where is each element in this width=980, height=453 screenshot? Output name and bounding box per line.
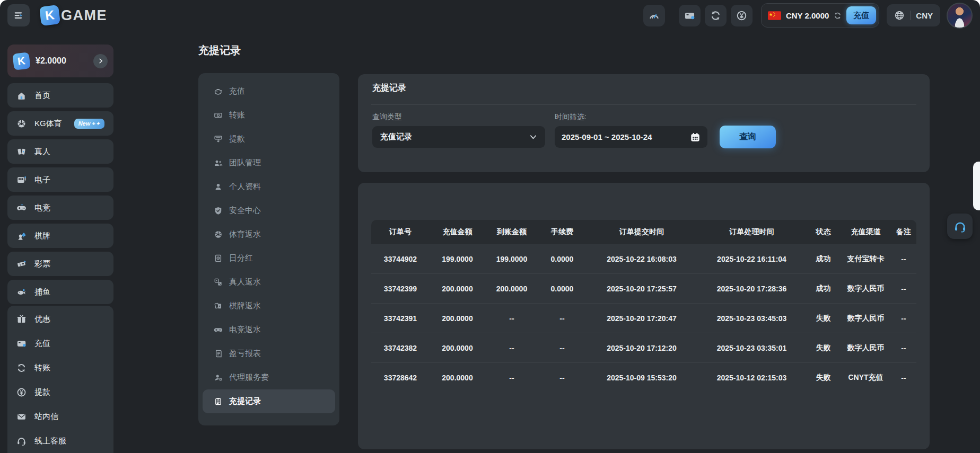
table-row[interactable]: 33742382 200.0000 -- -- 2025-10-20 17:12… xyxy=(371,333,916,362)
account-menu-item[interactable]: 团队管理 xyxy=(203,151,335,175)
date-range-input[interactable]: 2025-09-01 ~ 2025-10-24 xyxy=(555,126,707,148)
cell-order-id: 33742399 xyxy=(371,285,430,293)
cell-deposit-amount: 200.0000 xyxy=(430,344,485,352)
cell-submit-time: 2025-10-20 17:20:47 xyxy=(586,314,697,323)
account-menu-item[interactable]: 电竞返水 xyxy=(203,318,335,342)
transfer-button[interactable] xyxy=(705,5,727,26)
date-range-value: 2025-09-01 ~ 2025-10-24 xyxy=(562,132,652,141)
cell-submit-time: 2025-10-09 15:53:20 xyxy=(586,374,697,382)
sidebar-item[interactable]: 电子 xyxy=(7,167,113,192)
sidebar-item[interactable]: 提款 xyxy=(7,380,113,404)
cell-channel: 数字人民币 xyxy=(841,314,891,323)
sidebar-item[interactable]: 真人 xyxy=(7,139,113,164)
account-menu-item[interactable]: 日分红 xyxy=(203,246,335,270)
table-row[interactable]: 33744902 199.0000 199.0000 0.0000 2025-1… xyxy=(371,244,916,273)
query-type-select[interactable]: 充值记录 xyxy=(372,126,545,148)
cell-received-amount: -- xyxy=(485,374,538,382)
account-menu-item[interactable]: 代理服务费 xyxy=(203,366,335,389)
cell-status: 失败 xyxy=(806,343,841,353)
sidebar-item-icon xyxy=(16,387,27,397)
speed-button[interactable] xyxy=(643,5,665,26)
sidebar-item-icon xyxy=(16,259,27,269)
sidebar-item[interactable]: 优惠 xyxy=(7,307,113,331)
search-button[interactable]: 查询 xyxy=(720,126,776,148)
cell-received-amount: -- xyxy=(485,314,538,323)
chevron-down-icon xyxy=(529,133,537,141)
cell-channel: 支付宝转卡 xyxy=(841,254,891,264)
table-row[interactable]: 33728642 200.0000 -- -- 2025-10-09 15:53… xyxy=(371,362,916,392)
sidebar-item[interactable]: 棋牌 xyxy=(7,224,113,248)
cell-deposit-amount: 200.0000 xyxy=(430,314,485,323)
cell-submit-time: 2025-10-22 16:08:03 xyxy=(586,255,697,263)
account-menu-item[interactable]: 提款 xyxy=(203,127,335,151)
sidebar-item-label: 首页 xyxy=(34,91,50,101)
sidebar-item[interactable]: 捕鱼 xyxy=(7,280,113,304)
hamburger-icon xyxy=(13,10,24,21)
menu-toggle-button[interactable] xyxy=(7,4,30,26)
sidebar-item-icon xyxy=(16,203,27,213)
wallet-balance-pill[interactable]: CNY 2.0000 充值 xyxy=(761,3,879,28)
account-menu-item-icon xyxy=(214,158,223,167)
account-menu-item[interactable]: 充提记录 xyxy=(203,389,335,413)
cell-process-time: 2025-10-20 17:28:36 xyxy=(697,285,806,293)
wallet-button[interactable] xyxy=(679,5,701,26)
language-currency-selector[interactable]: CNY xyxy=(887,4,940,26)
user-avatar[interactable] xyxy=(947,3,973,29)
account-menu-item-icon xyxy=(214,254,223,263)
side-drawer-handle[interactable] xyxy=(973,162,980,210)
sidebar-item[interactable]: 首页 xyxy=(7,83,113,108)
cell-remark: -- xyxy=(891,344,916,352)
recharge-button[interactable]: 充值 xyxy=(846,6,876,24)
sidebar-item[interactable]: 线上客服 xyxy=(7,429,113,453)
account-menu-item-label: 充值 xyxy=(229,86,245,96)
refresh-balance-icon[interactable] xyxy=(834,12,842,20)
expand-balance-button[interactable] xyxy=(93,54,108,68)
cell-channel: 数字人民币 xyxy=(841,343,891,353)
sidebar-item-icon xyxy=(16,363,27,373)
account-menu-item-icon xyxy=(214,278,223,287)
sidebar-item[interactable]: 彩票 xyxy=(7,252,113,276)
cell-remark: -- xyxy=(891,314,916,323)
sidebar-item-label: 棋牌 xyxy=(34,231,50,241)
sidebar-item[interactable]: 转账 xyxy=(7,356,113,380)
sidebar-item-label: KG体育 xyxy=(34,119,62,129)
time-filter-label: 时间筛选: xyxy=(555,112,587,122)
sidebar-item-icon xyxy=(16,339,27,349)
account-menu-item[interactable]: 棋牌返水 xyxy=(203,294,335,318)
account-menu-item-label: 个人资料 xyxy=(229,182,261,192)
customer-service-float-button[interactable] xyxy=(947,214,973,239)
cell-fee: -- xyxy=(538,344,586,352)
table-row[interactable]: 33742399 200.0000 200.0000 0.0000 2025-1… xyxy=(371,273,916,303)
china-flag-icon xyxy=(768,11,781,20)
account-menu-item[interactable]: 安全中心 xyxy=(203,199,335,223)
cell-order-id: 33742382 xyxy=(371,344,430,352)
account-menu: 充值 转账 提款 团队管理 个人 xyxy=(198,73,339,425)
cell-fee: 0.0000 xyxy=(538,255,586,263)
cell-order-id: 33728642 xyxy=(371,374,430,382)
cell-fee: -- xyxy=(538,374,586,382)
sidebar-item[interactable]: 电竞 xyxy=(7,196,113,220)
account-menu-item-icon xyxy=(214,206,223,215)
sidebar-item[interactable]: 站内信 xyxy=(7,404,113,429)
sidebar-item-label: 充值 xyxy=(34,339,50,349)
sidebar-item[interactable]: KG体育 New +✦ xyxy=(7,111,113,136)
account-menu-item[interactable]: 充值 xyxy=(203,79,335,103)
sidebar-item-label: 转账 xyxy=(34,363,50,373)
sidebar-item-label: 提款 xyxy=(34,387,50,397)
cell-received-amount: 200.0000 xyxy=(485,285,538,293)
account-menu-item-label: 盈亏报表 xyxy=(229,349,261,359)
sidebar-item-label: 捕鱼 xyxy=(34,287,50,297)
brand-k-icon: K xyxy=(39,5,60,26)
account-menu-item[interactable]: 盈亏报表 xyxy=(203,342,335,366)
account-menu-item[interactable]: 真人返水 xyxy=(203,270,335,294)
account-menu-item[interactable]: 体育返水 xyxy=(203,223,335,246)
sidebar-item-icon xyxy=(16,175,27,185)
cell-status: 失败 xyxy=(806,314,841,323)
account-menu-item[interactable]: 转账 xyxy=(203,103,335,127)
table-row[interactable]: 33742391 200.0000 -- -- 2025-10-20 17:20… xyxy=(371,303,916,333)
brand-logo[interactable]: K GAME xyxy=(40,6,107,25)
withdraw-button[interactable] xyxy=(731,5,752,26)
sidebar-item[interactable]: 充值 xyxy=(7,331,113,356)
account-menu-item[interactable]: 个人资料 xyxy=(203,175,335,199)
sidebar-balance-card[interactable]: K ¥2.0000 xyxy=(7,45,113,77)
